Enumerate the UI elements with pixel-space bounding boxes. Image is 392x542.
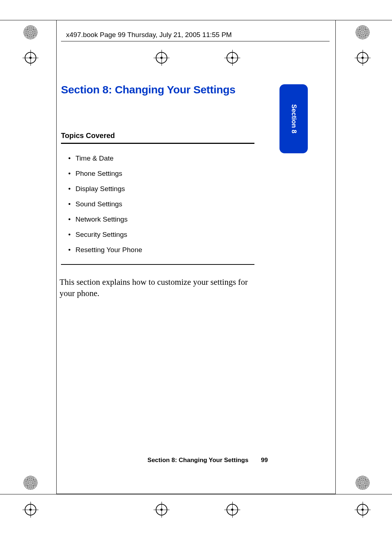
list-item: Display Settings <box>68 185 142 193</box>
spiral-icon <box>24 476 37 490</box>
list-item: Phone Settings <box>68 170 142 178</box>
section-side-tab-label: Section 8 <box>290 104 298 133</box>
registration-mark-icon <box>357 52 368 64</box>
topics-heading: Topics Covered <box>61 132 115 140</box>
topics-rule-top <box>61 143 254 144</box>
spiral-icon <box>24 25 37 39</box>
header-rule <box>61 41 330 41</box>
list-item: Resetting Your Phone <box>68 246 142 254</box>
footer-section-title: Section 8: Changing Your Settings <box>147 457 248 464</box>
body-paragraph: This section explains how to customize y… <box>60 276 257 299</box>
registration-mark-icon <box>25 504 36 515</box>
section-title: Section 8: Changing Your Settings <box>61 84 236 96</box>
registration-mark-icon <box>156 504 167 515</box>
list-item: Security Settings <box>68 231 142 239</box>
page-footer: Section 8: Changing Your Settings 99 <box>61 457 268 464</box>
list-item: Sound Settings <box>68 200 142 208</box>
registration-mark-icon <box>226 504 238 515</box>
spiral-icon <box>356 25 369 39</box>
footer-page-number: 99 <box>261 457 268 464</box>
registration-mark-icon <box>357 504 368 515</box>
crop-line-bottom <box>0 494 392 494</box>
list-item: Network Settings <box>68 215 142 223</box>
book-header: x497.book Page 99 Thursday, July 21, 200… <box>66 31 232 39</box>
spiral-icon <box>356 476 369 490</box>
topics-list: Time & Date Phone Settings Display Setti… <box>68 154 142 261</box>
topics-rule-bottom <box>61 264 254 265</box>
list-item: Time & Date <box>68 154 142 162</box>
section-side-tab: Section 8 <box>279 84 308 153</box>
registration-mark-icon <box>25 52 36 64</box>
